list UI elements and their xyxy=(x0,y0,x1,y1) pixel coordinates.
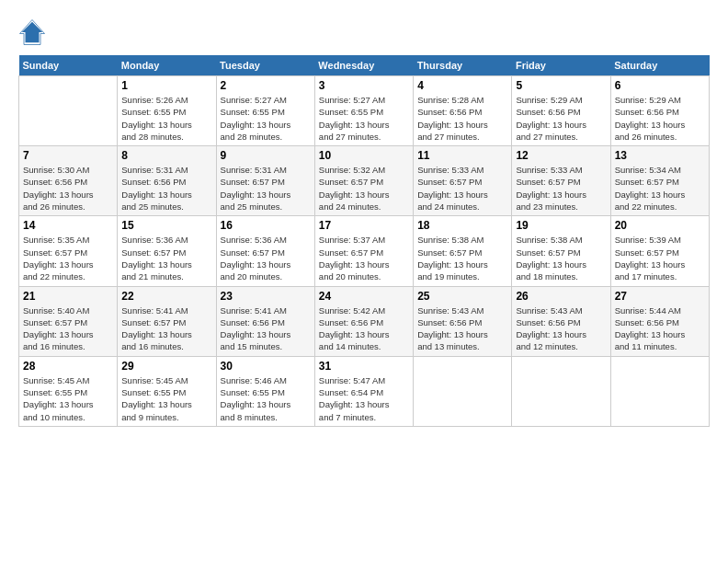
day-info: Sunrise: 5:41 AMSunset: 6:57 PMDaylight:… xyxy=(121,304,211,353)
calendar-cell: 29Sunrise: 5:45 AMSunset: 6:55 PMDayligh… xyxy=(118,356,216,426)
day-number: 26 xyxy=(516,290,606,303)
day-info: Sunrise: 5:34 AMSunset: 6:57 PMDaylight:… xyxy=(615,164,705,213)
week-row-4: 21Sunrise: 5:40 AMSunset: 6:57 PMDayligh… xyxy=(19,286,710,356)
calendar-cell: 19Sunrise: 5:38 AMSunset: 6:57 PMDayligh… xyxy=(512,216,610,286)
day-info: Sunrise: 5:42 AMSunset: 6:56 PMDaylight:… xyxy=(319,304,409,353)
day-info: Sunrise: 5:27 AMSunset: 6:55 PMDaylight:… xyxy=(221,94,311,143)
day-number: 6 xyxy=(615,79,705,92)
calendar-cell: 13Sunrise: 5:34 AMSunset: 6:57 PMDayligh… xyxy=(610,146,709,216)
week-row-2: 7Sunrise: 5:30 AMSunset: 6:56 PMDaylight… xyxy=(19,146,710,216)
calendar-cell: 2Sunrise: 5:27 AMSunset: 6:55 PMDaylight… xyxy=(216,76,314,146)
day-number: 31 xyxy=(319,360,409,373)
day-number: 18 xyxy=(417,219,507,232)
calendar-cell: 28Sunrise: 5:45 AMSunset: 6:55 PMDayligh… xyxy=(19,356,118,426)
day-number: 24 xyxy=(319,290,409,303)
calendar-cell: 9Sunrise: 5:31 AMSunset: 6:57 PMDaylight… xyxy=(216,146,314,216)
calendar-cell: 1Sunrise: 5:26 AMSunset: 6:55 PMDaylight… xyxy=(118,76,216,146)
day-number: 28 xyxy=(23,360,113,373)
day-number: 10 xyxy=(319,149,409,162)
day-number: 4 xyxy=(417,79,507,92)
day-number: 3 xyxy=(319,79,409,92)
calendar-cell: 24Sunrise: 5:42 AMSunset: 6:56 PMDayligh… xyxy=(314,286,413,356)
day-number: 9 xyxy=(221,149,311,162)
calendar-cell: 31Sunrise: 5:47 AMSunset: 6:54 PMDayligh… xyxy=(314,356,413,426)
calendar-cell: 22Sunrise: 5:41 AMSunset: 6:57 PMDayligh… xyxy=(118,286,216,356)
day-info: Sunrise: 5:32 AMSunset: 6:57 PMDaylight:… xyxy=(319,164,409,213)
day-number: 20 xyxy=(615,219,705,232)
day-info: Sunrise: 5:46 AMSunset: 6:55 PMDaylight:… xyxy=(221,374,311,423)
logo xyxy=(18,18,50,46)
header-day-friday: Friday xyxy=(512,55,610,76)
week-row-5: 28Sunrise: 5:45 AMSunset: 6:55 PMDayligh… xyxy=(19,356,710,426)
day-info: Sunrise: 5:26 AMSunset: 6:55 PMDaylight:… xyxy=(121,94,211,143)
week-row-3: 14Sunrise: 5:35 AMSunset: 6:57 PMDayligh… xyxy=(19,216,710,286)
day-info: Sunrise: 5:31 AMSunset: 6:56 PMDaylight:… xyxy=(121,164,211,213)
calendar-cell xyxy=(512,356,610,426)
page: SundayMondayTuesdayWednesdayThursdayFrid… xyxy=(0,0,728,563)
day-info: Sunrise: 5:38 AMSunset: 6:57 PMDaylight:… xyxy=(516,234,606,282)
day-number: 22 xyxy=(121,290,211,303)
calendar-cell: 3Sunrise: 5:27 AMSunset: 6:55 PMDaylight… xyxy=(314,76,413,146)
day-info: Sunrise: 5:29 AMSunset: 6:56 PMDaylight:… xyxy=(516,94,606,143)
day-number: 30 xyxy=(221,360,311,373)
calendar-cell: 4Sunrise: 5:28 AMSunset: 6:56 PMDaylight… xyxy=(414,76,512,146)
day-number: 8 xyxy=(121,149,211,162)
calendar-cell: 7Sunrise: 5:30 AMSunset: 6:56 PMDaylight… xyxy=(19,146,118,216)
day-info: Sunrise: 5:45 AMSunset: 6:55 PMDaylight:… xyxy=(121,374,211,423)
day-info: Sunrise: 5:30 AMSunset: 6:56 PMDaylight:… xyxy=(23,164,113,213)
day-info: Sunrise: 5:40 AMSunset: 6:57 PMDaylight:… xyxy=(23,304,113,353)
calendar-cell: 5Sunrise: 5:29 AMSunset: 6:56 PMDaylight… xyxy=(512,76,610,146)
calendar-body: 1Sunrise: 5:26 AMSunset: 6:55 PMDaylight… xyxy=(19,76,710,427)
day-number: 21 xyxy=(23,290,113,303)
header-row: SundayMondayTuesdayWednesdayThursdayFrid… xyxy=(19,55,710,76)
calendar-cell: 11Sunrise: 5:33 AMSunset: 6:57 PMDayligh… xyxy=(414,146,512,216)
day-info: Sunrise: 5:31 AMSunset: 6:57 PMDaylight:… xyxy=(221,164,311,213)
day-info: Sunrise: 5:29 AMSunset: 6:56 PMDaylight:… xyxy=(615,94,705,143)
calendar-table: SundayMondayTuesdayWednesdayThursdayFrid… xyxy=(18,55,710,427)
day-info: Sunrise: 5:33 AMSunset: 6:57 PMDaylight:… xyxy=(417,164,507,213)
header-day-saturday: Saturday xyxy=(610,55,709,76)
day-info: Sunrise: 5:43 AMSunset: 6:56 PMDaylight:… xyxy=(516,304,606,353)
calendar-cell: 26Sunrise: 5:43 AMSunset: 6:56 PMDayligh… xyxy=(512,286,610,356)
day-number: 2 xyxy=(221,79,311,92)
day-info: Sunrise: 5:36 AMSunset: 6:57 PMDaylight:… xyxy=(221,234,311,282)
calendar-cell: 15Sunrise: 5:36 AMSunset: 6:57 PMDayligh… xyxy=(118,216,216,286)
day-info: Sunrise: 5:44 AMSunset: 6:56 PMDaylight:… xyxy=(615,304,705,353)
day-info: Sunrise: 5:36 AMSunset: 6:57 PMDaylight:… xyxy=(121,234,211,282)
header-day-thursday: Thursday xyxy=(414,55,512,76)
calendar-cell xyxy=(610,356,709,426)
calendar-cell: 21Sunrise: 5:40 AMSunset: 6:57 PMDayligh… xyxy=(19,286,118,356)
day-info: Sunrise: 5:38 AMSunset: 6:57 PMDaylight:… xyxy=(417,234,507,282)
calendar-cell: 10Sunrise: 5:32 AMSunset: 6:57 PMDayligh… xyxy=(314,146,413,216)
day-number: 19 xyxy=(516,219,606,232)
day-number: 16 xyxy=(221,219,311,232)
calendar-header: SundayMondayTuesdayWednesdayThursdayFrid… xyxy=(19,55,710,76)
calendar-cell: 16Sunrise: 5:36 AMSunset: 6:57 PMDayligh… xyxy=(216,216,314,286)
day-info: Sunrise: 5:47 AMSunset: 6:54 PMDaylight:… xyxy=(319,374,409,423)
calendar-cell xyxy=(19,76,118,146)
day-number: 25 xyxy=(417,290,507,303)
logo-icon xyxy=(18,18,46,46)
calendar-cell: 14Sunrise: 5:35 AMSunset: 6:57 PMDayligh… xyxy=(19,216,118,286)
day-number: 27 xyxy=(615,290,705,303)
calendar-cell: 17Sunrise: 5:37 AMSunset: 6:57 PMDayligh… xyxy=(314,216,413,286)
day-number: 23 xyxy=(221,290,311,303)
day-info: Sunrise: 5:33 AMSunset: 6:57 PMDaylight:… xyxy=(516,164,606,213)
day-info: Sunrise: 5:39 AMSunset: 6:57 PMDaylight:… xyxy=(615,234,705,282)
day-number: 12 xyxy=(516,149,606,162)
day-number: 15 xyxy=(121,219,211,232)
calendar-cell: 30Sunrise: 5:46 AMSunset: 6:55 PMDayligh… xyxy=(216,356,314,426)
day-number: 17 xyxy=(319,219,409,232)
day-number: 11 xyxy=(417,149,507,162)
day-info: Sunrise: 5:37 AMSunset: 6:57 PMDaylight:… xyxy=(319,234,409,282)
calendar-cell xyxy=(414,356,512,426)
day-info: Sunrise: 5:41 AMSunset: 6:56 PMDaylight:… xyxy=(221,304,311,353)
calendar-cell: 12Sunrise: 5:33 AMSunset: 6:57 PMDayligh… xyxy=(512,146,610,216)
day-number: 5 xyxy=(516,79,606,92)
header-day-tuesday: Tuesday xyxy=(216,55,314,76)
day-info: Sunrise: 5:28 AMSunset: 6:56 PMDaylight:… xyxy=(417,94,507,143)
header-day-wednesday: Wednesday xyxy=(314,55,413,76)
day-info: Sunrise: 5:45 AMSunset: 6:55 PMDaylight:… xyxy=(23,374,113,423)
calendar-cell: 18Sunrise: 5:38 AMSunset: 6:57 PMDayligh… xyxy=(414,216,512,286)
day-info: Sunrise: 5:27 AMSunset: 6:55 PMDaylight:… xyxy=(319,94,409,143)
